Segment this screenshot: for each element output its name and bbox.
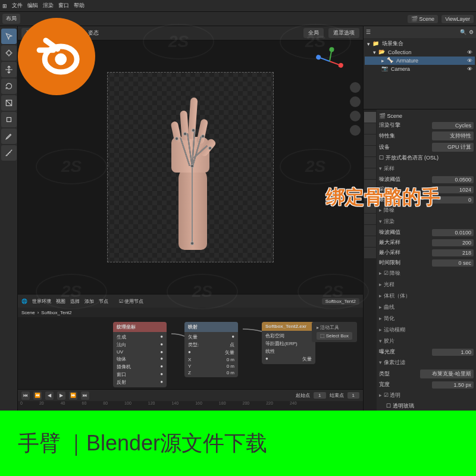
section-lightpaths[interactable]: 光程 <box>379 279 474 290</box>
max-samples-input[interactable]: 200 <box>432 239 474 246</box>
node-editor: 🌐 世界环境 视图 选择 添加 节点 ☑ 使用节点 Softbox_Tent2 … <box>18 294 363 389</box>
ne-material[interactable]: Softbox_Tent2 <box>322 298 359 305</box>
noise-threshold-input[interactable]: 0.0500 <box>432 176 474 183</box>
tool-annotate[interactable] <box>1 129 17 144</box>
feature-label: 特性集 <box>379 132 395 140</box>
tl-prev-key-icon[interactable]: ⏪ <box>33 392 42 400</box>
time-limit-input[interactable]: 0 sec <box>432 259 474 267</box>
tab-material[interactable] <box>364 248 376 258</box>
transparent-glass-checkbox[interactable]: ☐ 透明玻璃 <box>386 402 414 410</box>
section-pixel-filter[interactable]: 像素过滤 <box>379 357 474 368</box>
filter-type-select[interactable]: 布莱克曼-哈里斯 <box>420 369 474 378</box>
tl-next-key-icon[interactable]: ⏩ <box>69 392 77 400</box>
tl-play-rev-icon[interactable]: ◀ <box>45 392 54 400</box>
section-volumes[interactable]: 体积（体） <box>379 290 474 302</box>
tool-scale[interactable] <box>1 95 17 111</box>
hand-mesh[interactable] <box>161 95 220 250</box>
section-motion-blur[interactable]: 运动模糊 <box>379 324 474 336</box>
outliner-armature[interactable]: ▸🦴Armature 👁 <box>365 57 475 65</box>
filter-icon[interactable]: 🔍 <box>460 29 466 35</box>
perspective-icon[interactable] <box>350 125 361 136</box>
visibility-icon[interactable]: 👁 <box>467 58 472 64</box>
tab-viewlayer[interactable] <box>364 134 376 145</box>
use-nodes-checkbox[interactable]: 使用节点 <box>124 299 143 304</box>
menu-file[interactable]: 文件 <box>12 2 23 10</box>
node-env-texture[interactable]: Softbox_Tent2.exr 色彩空间 等距圆柱(ERP) 线性 ● 矢量 <box>262 322 315 364</box>
tool-transform[interactable] <box>1 112 17 127</box>
tl-play-icon[interactable]: ▶ <box>57 392 65 400</box>
tool-move[interactable] <box>1 62 17 77</box>
outliner-camera[interactable]: 📷Camera 👁 <box>365 65 475 73</box>
section-sampling[interactable]: 采样 <box>379 163 474 174</box>
tl-end-icon[interactable]: ⏭ <box>81 392 89 400</box>
tool-select[interactable] <box>1 29 17 44</box>
tool-rotate[interactable] <box>1 79 17 94</box>
min-samples2-input[interactable]: 218 <box>432 249 474 256</box>
menu-render[interactable]: 渲染 <box>43 2 54 10</box>
outliner: ☰ 🔍 ⚙ ▾📁场景集合 ▾📂Collection 👁 ▸🦴Armature 👁 <box>364 26 476 109</box>
menu-window[interactable]: 窗口 <box>58 2 69 10</box>
tl-start-icon[interactable]: ⏮ <box>21 392 30 400</box>
tab-object[interactable] <box>364 168 376 179</box>
r-noise-input[interactable]: 0.0100 <box>432 229 474 236</box>
exposure-input[interactable]: 1.00 <box>432 349 474 356</box>
pan-icon[interactable] <box>350 96 361 107</box>
device-select[interactable]: GPU 计算 <box>432 143 474 152</box>
visibility-icon[interactable]: 👁 <box>467 49 472 55</box>
tab-data[interactable] <box>364 225 376 236</box>
section-denoise2[interactable]: ☑ 降噪 <box>379 268 474 279</box>
zoom-icon[interactable] <box>350 82 361 93</box>
node-mapping[interactable]: 映射 矢量● 类型:点 ● 矢量 X0 m Y0 m Z0 m <box>184 322 238 377</box>
right-panel: ☰ 🔍 ⚙ ▾📁场景集合 ▾📂Collection 👁 ▸🦴Armature 👁 <box>363 26 476 411</box>
overlay-selector[interactable]: 遮罩选项 <box>328 28 359 38</box>
filter-toggle-icon[interactable]: ⚙ <box>469 29 474 35</box>
node-texcoord[interactable]: 纹理坐标 生成● 法向● UV● 物体● 摄像机● 窗口● 反射● <box>113 322 167 387</box>
ne-menu-add[interactable]: 添加 <box>84 298 94 305</box>
feature-select[interactable]: 支持特性 <box>432 131 474 140</box>
section-render[interactable]: 渲染 <box>379 216 474 227</box>
scene-name: 🎬 Scene <box>379 113 402 119</box>
tab-world[interactable] <box>364 157 376 168</box>
engine-select[interactable]: Cycles <box>432 122 474 129</box>
tab-scene[interactable] <box>364 146 376 156</box>
tab-render[interactable] <box>364 112 376 123</box>
section-simplify[interactable]: 简化 <box>379 313 474 324</box>
ne-context[interactable]: 世界环境 <box>32 298 51 305</box>
tab-output[interactable] <box>364 123 376 134</box>
nav-gizmo[interactable] <box>315 46 345 76</box>
ne-menu-view[interactable]: 视图 <box>56 298 65 305</box>
frame-start-input[interactable]: 1 <box>314 392 325 399</box>
vp-menu-pose[interactable]: 姿态 <box>88 29 99 37</box>
section-film[interactable]: 胶片 <box>379 336 474 347</box>
promo-banner: 手臂 ｜Blender源文件下载 <box>0 411 476 476</box>
outliner-collection[interactable]: ▾📂Collection 👁 <box>365 48 475 57</box>
viewlayer-selector[interactable]: ViewLayer <box>441 15 474 23</box>
menu-edit[interactable]: 编辑 <box>27 2 38 10</box>
blender-logo-badge <box>18 18 95 95</box>
properties-tabs <box>364 109 377 411</box>
visibility-icon[interactable]: 👁 <box>467 66 472 72</box>
osl-checkbox[interactable]: ☐ 开放式着色语言 (OSL) <box>379 154 439 162</box>
tab-constraint[interactable] <box>364 214 376 224</box>
outliner-scene-collection[interactable]: ▾📁场景集合 <box>365 39 475 48</box>
menu-help[interactable]: 帮助 <box>74 2 84 10</box>
frame-end-input[interactable]: 1 <box>347 392 359 399</box>
ne-menu-node[interactable]: 节点 <box>99 298 108 305</box>
breadcrumb-item[interactable]: Softbox_Tent2 <box>41 310 71 315</box>
camera-icon[interactable] <box>350 111 361 121</box>
ne-menu-select[interactable]: 选择 <box>70 298 80 305</box>
tab-bone[interactable] <box>364 236 376 247</box>
section-transparent[interactable]: ☑ 透明 <box>379 390 474 401</box>
node-graph[interactable]: 纹理坐标 生成● 法向● UV● 物体● 摄像机● 窗口● 反射● 映射 矢量● <box>18 317 363 389</box>
select-box-tool[interactable]: ⬚ Select Box <box>317 332 352 340</box>
workspace-tab[interactable]: 布局 <box>2 14 20 24</box>
orientation-selector[interactable]: 全局 <box>303 28 324 38</box>
timeline-track[interactable]: 020406080100120140160180200220240 <box>18 401 363 411</box>
tool-cursor[interactable] <box>1 45 17 61</box>
section-curves[interactable]: 曲线 <box>379 302 474 313</box>
scene-selector[interactable]: 🎬 Scene <box>408 15 438 23</box>
menubar: ⊞ 文件 编辑 渲染 窗口 帮助 <box>0 0 476 12</box>
tool-measure[interactable] <box>1 145 17 161</box>
breadcrumb-scene[interactable]: Scene <box>21 310 35 315</box>
filter-width-input[interactable]: 1.50 px <box>432 381 474 389</box>
